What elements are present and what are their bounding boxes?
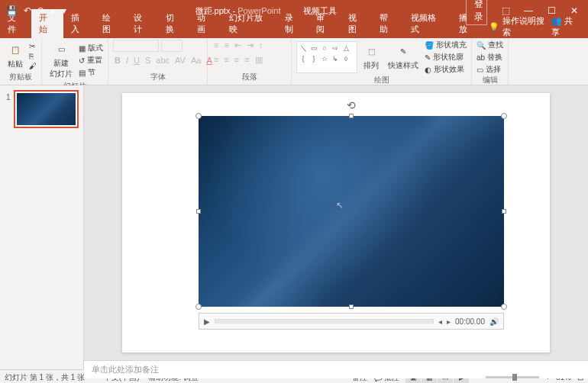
- ribbon-options-icon[interactable]: ⬚: [495, 5, 516, 16]
- font-family-combo: [113, 40, 159, 52]
- arrange-label: 排列: [363, 60, 379, 71]
- tab-slideshow[interactable]: 幻灯片放映: [221, 9, 277, 38]
- tell-me-search[interactable]: 💡 操作说明搜索: [489, 15, 551, 38]
- tab-design[interactable]: 设计: [126, 9, 157, 38]
- copy-icon: ⎘: [29, 52, 34, 60]
- volume-icon[interactable]: 🔊: [489, 317, 499, 326]
- maximize-icon[interactable]: ☐: [541, 5, 562, 16]
- reset-button[interactable]: ↺重置: [79, 55, 103, 66]
- tab-home[interactable]: 开始: [31, 9, 63, 38]
- group-clipboard: 📋 粘贴 ✂ ⎘ 🖌 剪贴板: [0, 38, 42, 85]
- tab-review[interactable]: 审阅: [309, 9, 340, 38]
- strike-button: S: [144, 55, 152, 66]
- shape-lbrace-icon[interactable]: {: [299, 54, 308, 63]
- share-icon: 👥: [551, 16, 562, 25]
- shape-connector-icon[interactable]: ↳: [331, 54, 340, 63]
- section-button[interactable]: ▤节: [79, 67, 103, 78]
- shape-line-icon[interactable]: ＼: [299, 43, 308, 53]
- quick-styles-label: 快速样式: [388, 60, 418, 71]
- find-button[interactable]: 🔍查找: [477, 40, 503, 50]
- spacing-button: AV: [173, 55, 187, 66]
- tab-record[interactable]: 录制: [277, 9, 309, 38]
- tab-insert[interactable]: 插入: [63, 9, 95, 38]
- slide-canvas[interactable]: ⟲ ↖ ▶ ◂ ▸: [122, 93, 550, 352]
- step-forward-button[interactable]: ▸: [447, 317, 451, 326]
- step-back-button[interactable]: ◂: [438, 317, 442, 326]
- effects-icon: ◐: [425, 66, 431, 74]
- save-icon[interactable]: 💾: [6, 5, 18, 16]
- video-seek-track[interactable]: [215, 319, 434, 323]
- group-editing: 🔍查找 ab替换 ▭选择 编辑: [472, 38, 509, 85]
- case-button: Aa: [189, 55, 202, 66]
- editing-group-label: 编辑: [477, 75, 503, 86]
- shape-callout-icon[interactable]: ◊: [341, 54, 351, 63]
- minimize-icon[interactable]: —: [518, 5, 539, 16]
- cut-button[interactable]: ✂: [29, 42, 37, 50]
- tab-transitions[interactable]: 切换: [158, 9, 189, 38]
- group-paragraph: ≡ ≡ ⇤ ⇥ ↕ ≡ ≡ ≡ ≡ ▥ 段落: [208, 38, 292, 85]
- video-frame-image: ↖: [199, 116, 504, 307]
- shape-triangle-icon[interactable]: △: [341, 43, 351, 53]
- shapes-gallery[interactable]: ＼ ▭ ○ ⇨ △ { } ☆ ↳ ◊: [296, 41, 357, 73]
- selection-handle-w[interactable]: [196, 209, 201, 214]
- video-time: 00:00.00: [455, 317, 485, 326]
- replace-icon: ab: [477, 53, 485, 62]
- shape-star-icon[interactable]: ☆: [320, 54, 329, 63]
- undo-icon[interactable]: ↶: [24, 5, 31, 16]
- redo-icon[interactable]: ↷: [37, 5, 45, 16]
- rotation-handle-icon[interactable]: ⟲: [347, 99, 356, 111]
- selection-handle-sw[interactable]: [195, 304, 202, 310]
- new-slide-icon: ▭: [53, 41, 69, 56]
- tab-playback[interactable]: 播放: [451, 9, 483, 38]
- numbering-button: ≡: [222, 40, 230, 51]
- tab-view[interactable]: 视图: [341, 9, 372, 38]
- slide-thumbnail-1[interactable]: [14, 90, 79, 128]
- paste-button[interactable]: 📋 粘贴: [5, 40, 26, 71]
- font-size-combo: [161, 40, 183, 52]
- share-button[interactable]: 👥 共享: [551, 15, 588, 38]
- selection-handle-n[interactable]: [349, 114, 354, 118]
- format-painter-button[interactable]: 🖌: [29, 62, 37, 70]
- font-group-label: 字体: [113, 72, 202, 83]
- video-object[interactable]: ⟲ ↖: [199, 116, 504, 307]
- new-slide-button[interactable]: ▭ 新建 幻灯片: [47, 40, 76, 81]
- slide-count-label: 幻灯片 第 1 张，共 1 张: [5, 372, 85, 383]
- indent-inc-button: ⇥: [245, 40, 255, 51]
- copy-button[interactable]: ⎘: [29, 52, 37, 60]
- shape-effects-button[interactable]: ◐形状效果: [425, 64, 467, 75]
- shape-oval-icon[interactable]: ○: [320, 43, 329, 53]
- zoom-slider[interactable]: [486, 376, 539, 378]
- align-right-button: ≡: [233, 54, 241, 66]
- selection-handle-nw[interactable]: [195, 113, 202, 119]
- arrange-button[interactable]: ⬚ 排列: [360, 42, 382, 72]
- layout-button[interactable]: ▦版式: [79, 43, 103, 53]
- clipboard-group-label: 剪贴板: [5, 72, 37, 83]
- shadow-button: abc: [154, 55, 171, 66]
- shape-rbrace-icon[interactable]: }: [309, 54, 318, 63]
- selection-handle-s[interactable]: [349, 304, 354, 309]
- justify-button: ≡: [243, 54, 250, 66]
- tab-animations[interactable]: 动画: [189, 9, 221, 38]
- quick-styles-button[interactable]: ✎ 快速样式: [385, 42, 422, 72]
- line-spacing-button: ↕: [257, 40, 265, 51]
- replace-button[interactable]: ab替换: [477, 52, 503, 63]
- selection-handle-se[interactable]: [501, 304, 507, 310]
- close-icon[interactable]: ✕: [564, 5, 585, 16]
- group-font: B I U S abc AV Aa A 字体: [108, 38, 208, 85]
- shape-rect-icon[interactable]: ▭: [309, 43, 318, 53]
- selection-handle-e[interactable]: [502, 209, 506, 214]
- selection-handle-ne[interactable]: [501, 113, 507, 119]
- shape-arrow-icon[interactable]: ⇨: [331, 43, 340, 53]
- tab-video-format[interactable]: 视频格式: [403, 9, 451, 38]
- play-button[interactable]: ▶: [204, 317, 210, 326]
- qat-more-icon[interactable]: ▾: [62, 5, 66, 16]
- start-from-beginning-icon[interactable]: ▸: [51, 5, 56, 16]
- slide-thumbnail-pane[interactable]: [0, 85, 84, 369]
- layout-icon: ▦: [79, 44, 86, 53]
- group-slides: ▭ 新建 幻灯片 ▦版式 ↺重置 ▤节 幻灯片: [42, 38, 108, 85]
- shape-fill-button[interactable]: 🪣形状填充: [425, 40, 467, 50]
- tab-help[interactable]: 帮助: [372, 9, 403, 38]
- tab-draw[interactable]: 绘图: [95, 9, 126, 38]
- shape-outline-button[interactable]: ✎形状轮廓: [425, 52, 467, 63]
- select-button[interactable]: ▭选择: [477, 64, 503, 75]
